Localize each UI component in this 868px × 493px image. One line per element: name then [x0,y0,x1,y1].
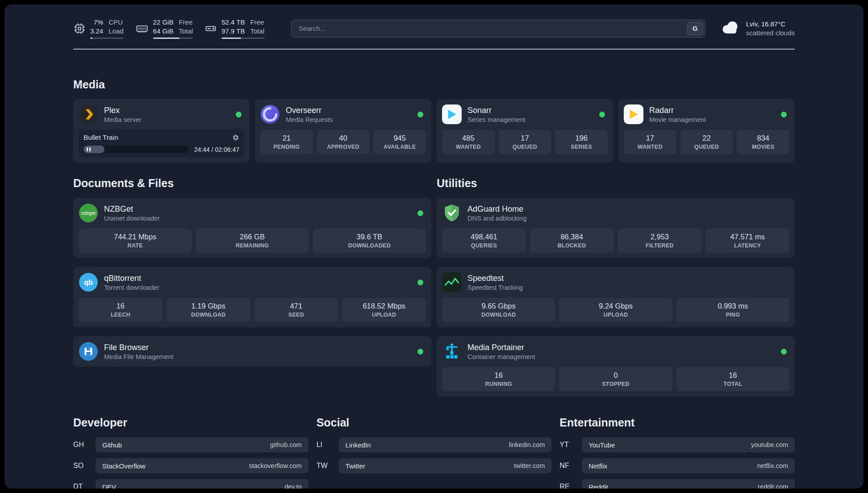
stat-value: 22 [682,134,731,142]
bookmarks-section: Developer GHGithubgithub.comSOStackOverf… [73,416,795,489]
stat-tile: 16TOTAL [676,367,789,391]
bookmark-name: LinkedIn [346,441,371,449]
service-link-nzbget[interactable]: NZBGet Usenet downloader [104,205,160,222]
settings-gear-icon[interactable] [232,134,239,141]
stat-value: 618.52 Mbps [344,302,424,310]
bookmark-link[interactable]: StackOverflowstackoverflow.com [96,458,309,473]
stat-label: LATENCY [707,242,788,249]
search-input[interactable] [291,20,705,38]
stat-value: 9.24 Gbps [561,302,670,310]
stat-value: 471 [256,302,337,310]
stat-tile: 0.993 msPING [676,298,789,322]
service-link-qbittorrent[interactable]: qBittorrent Torrent downloader [104,274,159,291]
service-link-portainer[interactable]: Media Portainer Container management [467,343,535,360]
plex-icon [79,104,98,124]
stat-tile: 17QUEUED [499,130,551,154]
stat-value: 1.19 Gbps [168,302,249,310]
bookmark-url: reddit.com [758,483,788,489]
stat-value: 498,461 [444,233,524,241]
svg-text:qb: qb [84,279,92,286]
overseerr-icon [260,104,280,124]
stat-tile: 744.21 MbpsRATE [79,229,192,253]
bookmark-link[interactable]: Twittertwitter.com [339,458,552,473]
stat-tile: 485WANTED [442,130,495,154]
section-title-media: Media [73,78,795,91]
service-link-adguard[interactable]: AdGuard Home DNS and adblocking [467,205,526,222]
service-link-overseerr[interactable]: Overseerr Media Requests [286,106,333,123]
disk-total: 97.9 TB [221,27,245,36]
service-link-radarr[interactable]: Radarr Movie management [649,106,706,123]
google-provider-button[interactable]: G [687,22,703,35]
service-link-sonarr[interactable]: Sonarr Series management [467,106,526,123]
service-description: Usenet downloader [104,215,160,222]
section-title-utilities: Utilities [437,177,795,190]
pause-icon[interactable] [87,147,91,151]
service-description: Media File Management [104,353,174,360]
stat-tile: 22QUEUED [680,130,733,154]
bookmark-link[interactable]: Githubgithub.com [96,437,309,452]
disk-free: 52.4 TB [221,18,245,27]
stat-value: 2,953 [620,233,700,241]
disk-progress-bar [221,38,264,39]
service-link-plex[interactable]: Plex Media server [104,106,142,123]
status-dot [236,112,242,117]
service-link-filebrowser[interactable]: File Browser Media File Management [104,343,174,360]
memory-icon [135,18,149,39]
bookmark-name: Twitter [346,462,365,470]
bookmark-link[interactable]: DEVdev.to [96,479,309,489]
stat-tile: 16LEECH [79,298,163,322]
service-link-speedtest[interactable]: Speedtest Speedtest Tracking [467,274,523,291]
stat-label: AVAILABLE [375,144,424,150]
service-card-speedtest: Speedtest Speedtest Tracking 9.65 GbpsDO… [437,267,795,327]
bookmark-link[interactable]: Netflixnetflix.com [582,458,795,473]
stat-label: TOTAL [678,381,788,387]
stat-label: DOWNLOAD [168,312,249,318]
cpu-icon [73,18,86,39]
bookmark-row: DTDEVdev.to [73,479,309,489]
service-description: Container management [467,353,535,360]
stat-tile: 9.24 GbpsUPLOAD [559,298,672,322]
radarr-icon [624,104,643,124]
bookmark-row: SOStackOverflowstackoverflow.com [73,458,309,473]
stat-value: 196 [557,134,606,142]
service-name: Plex [104,106,142,115]
status-dot [417,112,423,117]
bookmark-link[interactable]: LinkedInlinkedin.com [339,437,552,452]
stat-value: 16 [678,371,788,380]
bookmark-link[interactable]: Redditreddit.com [582,479,795,489]
stat-tile: 86,384BLOCKED [530,229,614,253]
cpu-load: 3.24 [90,27,103,36]
stat-value: 47.571 ms [707,233,788,241]
stat-tile: 196SERIES [555,130,608,154]
stat-tile: 47.571 msLATENCY [705,229,789,253]
bookmark-row: LILinkedInlinkedin.com [317,437,552,452]
dashboard-page: 7% 3.24 CPU Load [4,4,864,489]
service-stats: 498,461QUERIES86,384BLOCKED2,953FILTERED… [442,229,789,253]
bookmark-url: stackoverflow.com [249,462,301,469]
bookmark-link[interactable]: YouTubeyoutube.com [582,437,795,452]
stat-label: QUEUED [682,144,731,150]
stat-tile: 618.52 MbpsUPLOAD [342,298,426,322]
service-name: File Browser [104,343,174,352]
stat-value: 485 [444,134,493,142]
service-card-overseerr: Overseerr Media Requests 21PENDING40APPR… [255,99,431,163]
stat-label: LEECH [80,312,161,318]
memory-resource-widget: 22 GiB 64 GiB Free Total [135,18,193,39]
service-name: Media Portainer [467,343,535,352]
stat-label: RATE [80,242,190,249]
stat-value: 39.6 TB [315,233,424,241]
stat-tile: 471SEED [255,298,338,322]
playback-progress-bar[interactable] [83,146,189,153]
stat-label: RUNNING [444,381,553,387]
playback-time: 24:44 / 02:06:47 [194,146,239,153]
bookmark-name: DEV [102,483,116,489]
bookmark-row: GHGithubgithub.com [73,437,309,452]
stat-label: BLOCKED [532,242,612,249]
bookmark-url: dev.to [284,483,301,489]
service-stats: 16LEECH1.19 GbpsDOWNLOAD471SEED618.52 Mb… [79,298,426,322]
svg-text:nzbget: nzbget [81,211,96,216]
stat-label: WANTED [444,144,493,150]
status-dot [417,349,423,355]
bookmark-row: NFNetflixnetflix.com [559,458,795,473]
bookmark-group-title: Social [317,416,552,429]
